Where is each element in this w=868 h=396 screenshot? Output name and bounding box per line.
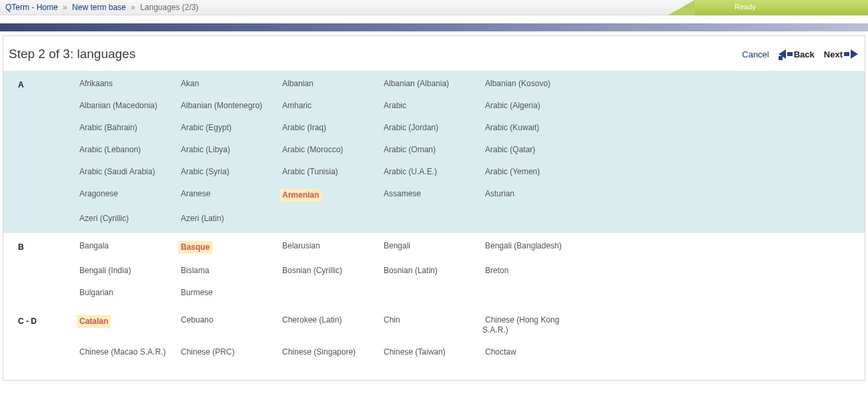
language-item[interactable]: Bengali: [381, 240, 413, 252]
breadcrumb-current: Languages (2/3): [140, 3, 198, 12]
arrow-right-icon: [851, 49, 858, 59]
language-item[interactable]: Azeri (Cyrillic): [77, 212, 131, 224]
section-letter: C - D: [10, 315, 77, 357]
breadcrumb-sep: »: [131, 3, 135, 12]
language-item[interactable]: Arabic (Iraq): [280, 122, 329, 134]
language-item[interactable]: Arabic (Qatar): [482, 144, 538, 156]
language-grid: CatalanCebuanoCherokee (Latin)ChinChines…: [77, 315, 858, 357]
language-item[interactable]: Chinese (Taiwan): [381, 346, 448, 358]
breadcrumb-home[interactable]: QTerm - Home: [5, 3, 58, 12]
next-button[interactable]: Next: [824, 49, 858, 59]
language-item[interactable]: Arabic (Libya): [178, 144, 233, 156]
language-item[interactable]: Burmese: [178, 286, 215, 299]
language-item[interactable]: Arabic (Morocco): [280, 144, 346, 156]
language-item[interactable]: Chinese (PRC): [178, 346, 238, 358]
language-item[interactable]: Bengali (Bangladesh): [482, 240, 564, 252]
language-item[interactable]: Breton: [482, 264, 511, 276]
language-item[interactable]: Arabic (Egypt): [178, 122, 234, 134]
section-letter: A: [10, 79, 77, 224]
language-item[interactable]: Choctaw: [482, 346, 519, 358]
language-item[interactable]: Arabic (Saudi Arabia): [77, 166, 157, 178]
language-item[interactable]: Bengali (India): [77, 264, 133, 276]
language-item[interactable]: Arabic (Yemen): [482, 166, 542, 178]
arrow-left-icon: [779, 49, 786, 59]
language-item[interactable]: Arabic (Jordan): [381, 122, 441, 134]
language-item[interactable]: Arabic (Tunisia): [280, 166, 341, 178]
language-section: BBangalaBasqueBelarusianBengaliBengali (…: [3, 233, 865, 307]
language-grid: AfrikaansAkanAlbanianAlbanian (Albania)A…: [77, 79, 858, 224]
section-letter: B: [10, 241, 77, 298]
language-item[interactable]: Arabic (U.A.E.): [381, 166, 440, 178]
language-item[interactable]: Arabic (Syria): [178, 166, 232, 178]
language-item[interactable]: Cherokee (Latin): [280, 314, 344, 326]
language-item[interactable]: Arabic (Bahrain): [77, 122, 140, 134]
breadcrumb: QTerm - Home » New term base » Languages…: [0, 0, 868, 15]
breadcrumb-sep: »: [63, 3, 67, 12]
language-item[interactable]: Albanian (Macedonia): [77, 100, 160, 112]
wizard-nav: Cancel Back Next: [742, 49, 858, 59]
language-section: C - DCatalanCebuanoCherokee (Latin)ChinC…: [3, 307, 865, 367]
language-item[interactable]: Chinese (Singapore): [280, 346, 358, 358]
language-item[interactable]: Bosnian (Cyrillic): [280, 264, 345, 276]
language-item[interactable]: Basque: [178, 241, 212, 254]
language-item[interactable]: Afrikaans: [77, 77, 115, 89]
language-grid: BangalaBasqueBelarusianBengaliBengali (B…: [77, 241, 858, 298]
language-item[interactable]: Albanian: [280, 77, 316, 89]
status-text: Ready: [695, 0, 868, 15]
language-item[interactable]: Arabic: [381, 100, 409, 112]
language-item[interactable]: Aranese: [178, 188, 213, 200]
breadcrumb-newbase[interactable]: New term base: [72, 3, 126, 12]
status-tab: Ready: [668, 0, 868, 15]
language-item[interactable]: Chinese (Macao S.A.R.): [77, 346, 168, 358]
language-section: AAfrikaansAkanAlbanianAlbanian (Albania)…: [3, 71, 865, 233]
language-item[interactable]: Arabic (Kuwait): [482, 122, 542, 134]
language-item[interactable]: Amharic: [280, 100, 314, 112]
language-item[interactable]: Catalan: [77, 315, 111, 328]
language-item[interactable]: Assamese: [381, 188, 424, 200]
back-button[interactable]: Back: [779, 49, 815, 59]
language-item[interactable]: Albanian (Kosovo): [482, 77, 553, 89]
decorative-band: [0, 23, 868, 31]
page-title: Step 2 of 3: languages: [9, 47, 742, 61]
language-item[interactable]: Bislama: [178, 264, 212, 276]
language-item[interactable]: Arabic (Oman): [381, 144, 438, 156]
language-item[interactable]: Akan: [178, 77, 201, 89]
language-item[interactable]: Albanian (Albania): [381, 77, 452, 89]
language-item[interactable]: Cebuano: [178, 314, 216, 326]
language-item[interactable]: Asturian: [482, 188, 517, 200]
language-item[interactable]: Arabic (Lebanon): [77, 144, 143, 156]
language-item[interactable]: Belarusian: [280, 240, 323, 252]
language-item[interactable]: Aragonese: [77, 188, 121, 200]
language-item[interactable]: Armenian: [280, 189, 322, 202]
language-item[interactable]: Arabic (Algeria): [482, 100, 543, 112]
language-item[interactable]: Bulgarian: [77, 286, 116, 299]
language-item[interactable]: Bangala: [77, 240, 111, 252]
cancel-button[interactable]: Cancel: [742, 49, 769, 59]
language-item[interactable]: Albanian (Montenegro): [178, 100, 265, 112]
language-item[interactable]: Bosnian (Latin): [381, 264, 440, 276]
language-item[interactable]: Chin: [381, 314, 403, 326]
language-item[interactable]: Azeri (Latin): [178, 212, 227, 224]
wizard-panel: Step 2 of 3: languages Cancel Back Next …: [3, 35, 865, 381]
language-item[interactable]: Chinese (Hong Kong S.A.R.): [482, 314, 559, 336]
